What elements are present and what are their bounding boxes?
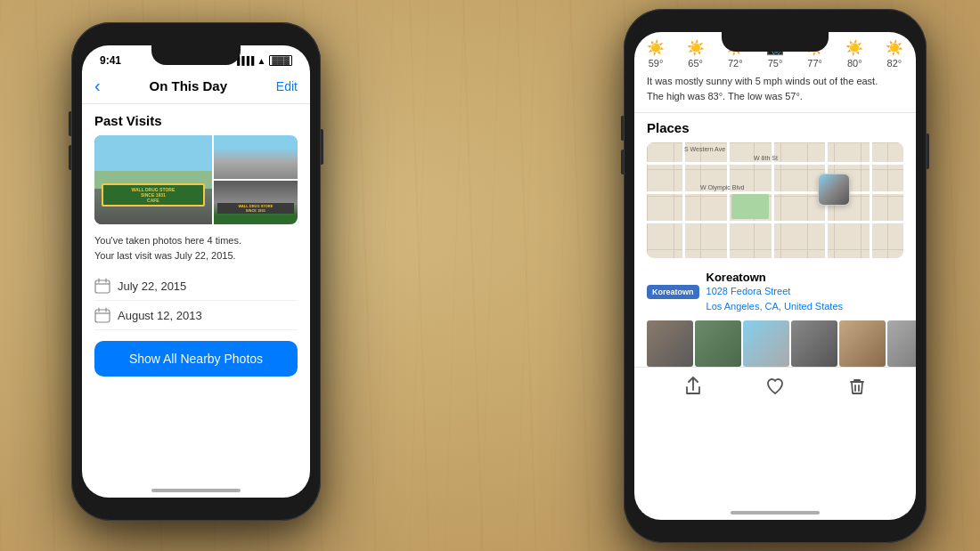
location-address: 1028 Fedora Street Los Angeles, CA, Unit… (706, 284, 903, 313)
temp-1: 59° (649, 58, 664, 69)
places-section: Places W 8th St W Olympic Blvd S We (634, 113, 916, 367)
right-screen: ☀️ 59° ☀️ 65° ☀️ 72° 📷 75° ☀️ 77° (634, 32, 916, 520)
temp-5: 77° (807, 58, 822, 69)
trash-icon (847, 377, 867, 396)
svg-rect-4 (95, 310, 110, 322)
photo-large-inner: WALL DRUG STORE SINCE 1931 CAFE (94, 135, 212, 224)
show-nearby-button[interactable]: Show All Nearby Photos (94, 341, 298, 377)
map-photo-pin[interactable] (818, 174, 850, 206)
calendar-icon-2 (94, 307, 110, 323)
strip-photo-6[interactable] (887, 320, 916, 367)
trash-button[interactable] (847, 377, 867, 401)
wifi-icon: ▲ (257, 56, 265, 66)
visit-description: You've taken photos here 4 times. Your l… (94, 233, 298, 263)
right-notch (722, 32, 829, 52)
left-phone: 9:41 ▐▐▐▐ ▲ ▓▓▓ ‹ On This Day Edit Past … (71, 22, 321, 521)
left-screen: 9:41 ▐▐▐▐ ▲ ▓▓▓ ‹ On This Day Edit Past … (82, 45, 310, 498)
home-indicator (151, 489, 241, 492)
map-park (731, 194, 769, 219)
sun-icon-6: ☀️ (845, 39, 863, 56)
temp-6: 80° (847, 58, 862, 69)
svg-rect-0 (95, 280, 110, 293)
sun-icon-2: ☀️ (687, 39, 705, 56)
strip-photo-2[interactable] (695, 320, 741, 367)
location-card: Koreatown Koreatown 1028 Fedora Street L… (647, 265, 903, 320)
date-label-2: August 12, 2013 (118, 309, 202, 322)
share-button[interactable] (683, 377, 703, 401)
date-label-1: July 22, 2015 (118, 280, 186, 293)
weather-day-1: ☀️ 59° (647, 39, 665, 69)
photo-small-bottom[interactable]: WALL DRUG STORE SINCE 1931 (214, 181, 298, 224)
power-button[interactable] (321, 129, 323, 165)
temp-4: 75° (768, 58, 783, 69)
right-home-indicator (731, 511, 820, 515)
map-road-western (682, 142, 685, 258)
right-vol-up-button[interactable] (621, 116, 624, 141)
share-icon (683, 377, 703, 396)
notch (151, 45, 241, 65)
past-visits-title: Past Visits (94, 113, 298, 128)
date-item-2[interactable]: August 12, 2013 (94, 301, 298, 330)
places-title: Places (647, 120, 903, 135)
map-label-western: S Western Ave (684, 146, 725, 152)
photo-large[interactable]: WALL DRUG STORE SINCE 1931 CAFE (94, 135, 212, 224)
wall-drug-sign: WALL DRUG STORE SINCE 1931 CAFE (102, 183, 205, 207)
map-road-w8 (647, 162, 903, 165)
location-name: Koreatown (706, 271, 903, 284)
temp-2: 65° (688, 58, 703, 69)
map-label-w8: W 8th St (754, 155, 778, 161)
location-info: Koreatown 1028 Fedora Street Los Angeles… (706, 271, 903, 313)
strip-photo-5[interactable] (839, 320, 886, 367)
weather-day-6: ☀️ 80° (845, 39, 863, 69)
temp-7: 82° (887, 58, 902, 69)
strip-photo-3[interactable] (743, 320, 789, 367)
weather-description: It was mostly sunny with 5 mph winds out… (647, 74, 903, 107)
map-road-olympic (647, 191, 903, 194)
photo-small-top[interactable] (214, 135, 298, 179)
chevron-left-icon: ‹ (94, 76, 101, 96)
weather-day-7: ☀️ 82° (886, 39, 903, 69)
photo-strip (634, 320, 916, 367)
photo-right-col: WALL DRUG STORE SINCE 1931 (214, 135, 298, 224)
heart-icon (765, 377, 785, 396)
edit-button[interactable]: Edit (276, 79, 298, 93)
calendar-icon-1 (94, 278, 110, 294)
back-button[interactable]: ‹ (94, 76, 101, 96)
map-container[interactable]: W 8th St W Olympic Blvd S Western Ave (647, 142, 903, 258)
right-vol-down-button[interactable] (621, 150, 624, 174)
right-power-button[interactable] (927, 134, 929, 169)
strip-photo-1[interactable] (647, 320, 693, 367)
clock: 9:41 (100, 54, 121, 67)
map-label-olympic: W Olympic Blvd (700, 184, 744, 190)
sun-icon-1: ☀️ (647, 39, 665, 56)
heart-button[interactable] (765, 377, 785, 401)
temp-3: 72° (728, 58, 743, 69)
map-road-v5 (870, 142, 872, 258)
main-content: Past Visits WALL DRUG STORE SINCE 1931 C… (82, 104, 310, 385)
nav-title: On This Day (150, 78, 228, 93)
map-road-v2 (727, 142, 730, 258)
right-phone: ☀️ 59° ☀️ 65° ☀️ 72° 📷 75° ☀️ 77° (624, 9, 927, 543)
wall-drug-sign-small-2: WALL DRUG STORE SINCE 1931 (217, 203, 294, 214)
bottom-toolbar (634, 367, 916, 409)
weather-day-2: ☀️ 65° (687, 39, 705, 69)
map-road-lower (647, 221, 903, 223)
koreatown-badge: Koreatown (647, 285, 699, 299)
nav-bar: ‹ On This Day Edit (82, 72, 310, 104)
photo-grid: WALL DRUG STORE SINCE 1931 CAFE WALL DRU… (94, 135, 298, 224)
vol-down-button[interactable] (69, 145, 71, 170)
map-pin-image (819, 174, 849, 205)
vol-up-button[interactable] (69, 111, 71, 136)
strip-photo-4[interactable] (791, 320, 837, 367)
status-icons: ▐▐▐▐ ▲ ▓▓▓ (234, 55, 292, 66)
battery-icon: ▓▓▓ (269, 55, 292, 66)
date-item-1[interactable]: July 22, 2015 (94, 271, 298, 301)
sun-icon-7: ☀️ (886, 39, 903, 56)
